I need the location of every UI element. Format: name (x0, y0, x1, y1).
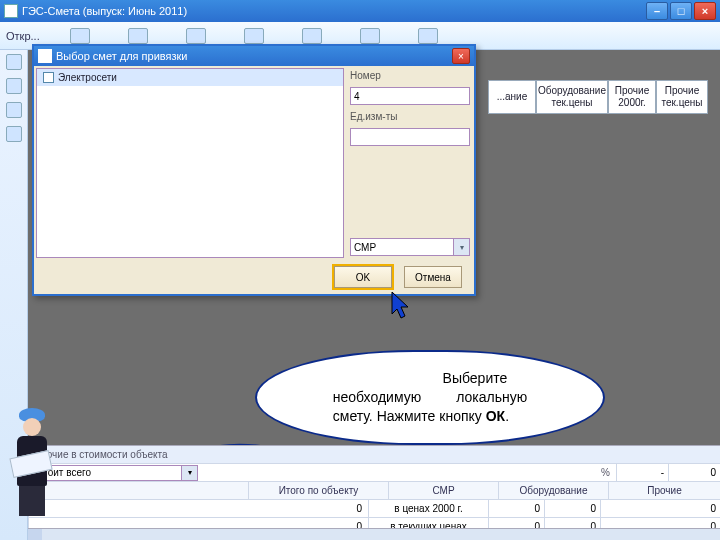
chevron-down-icon[interactable]: ▾ (182, 465, 198, 481)
side-btn-2[interactable] (6, 78, 22, 94)
dialog-side-panel: Номер Ед.изм-ты ▾ (344, 68, 472, 258)
col-header-3[interactable]: Прочие 2000г. (608, 80, 656, 114)
type-combo[interactable]: ▾ (350, 238, 470, 256)
side-btn-4[interactable] (6, 126, 22, 142)
toolbar-btn-6[interactable] (352, 28, 388, 44)
app-icon (4, 4, 18, 18)
percent-val-2: 0 (668, 464, 720, 481)
dialog-title: Выбор смет для привязки (56, 50, 188, 62)
number-input[interactable] (350, 87, 470, 105)
toolbar-btn-5[interactable] (294, 28, 330, 44)
side-btn-3[interactable] (6, 102, 22, 118)
doc-icon (70, 28, 90, 44)
cancel-button[interactable]: Отмена (404, 266, 462, 288)
totals-row-1: 0 в ценах 2000 г. 0 0 0 (28, 500, 720, 518)
print-icon (360, 28, 380, 44)
col-equip: Оборудование (498, 482, 608, 499)
table-icon (244, 28, 264, 44)
dialog-button-row: OK Отмена (34, 260, 474, 294)
bottom-combo-row: ▾ % - 0 (28, 464, 720, 482)
toolbar-btn-2[interactable] (120, 28, 156, 44)
bottom-panel: Прочие в стоимости объекта ▾ % - 0 Итого… (28, 445, 720, 540)
totals-header-row: Итого по объекту СМР Оборудование Прочие (28, 482, 720, 500)
assistant-avatar (2, 408, 62, 518)
col-header-1[interactable]: ...ание (488, 80, 536, 114)
hint-bubble: Выберите необходимую локальную смету. На… (255, 350, 605, 445)
window-title: ГЭС-Смета (выпуск: Июнь 2011) (22, 5, 187, 17)
side-btn-1[interactable] (6, 54, 22, 70)
dialog-icon (38, 49, 52, 63)
settings-icon (418, 28, 438, 44)
ok-button[interactable]: OK (334, 266, 392, 288)
bottom-heading-row: Прочие в стоимости объекта (28, 446, 720, 464)
blueprint-icon (9, 450, 52, 478)
grid-column-headers: ...ание Оборудование тек.цены Прочие 200… (488, 80, 714, 114)
number-label: Номер (350, 70, 470, 81)
list-item-label: Электросети (58, 72, 117, 83)
toolbar-btn-3[interactable] (178, 28, 214, 44)
toolbar-btn-4[interactable] (236, 28, 272, 44)
col-header-4[interactable]: Прочие тек.цены (656, 80, 708, 114)
col-smr: СМР (388, 482, 498, 499)
network-icon (128, 28, 148, 44)
units-input[interactable] (350, 128, 470, 146)
maximize-button[interactable]: □ (670, 2, 692, 20)
list-item[interactable]: Электросети (37, 69, 343, 86)
units-label: Ед.изм-ты (350, 111, 470, 122)
select-estimate-dialog: Выбор смет для привязки × Электросети Но… (32, 44, 476, 296)
horizontal-scrollbar[interactable] (28, 528, 720, 540)
checkbox-icon[interactable] (43, 72, 54, 83)
toolbar-btn-7[interactable] (410, 28, 446, 44)
dialog-close-button[interactable]: × (452, 48, 470, 64)
row1-label: в ценах 2000 г. (368, 500, 488, 517)
dialog-titlebar[interactable]: Выбор смет для привязки × (34, 46, 474, 66)
type-combo-input[interactable] (350, 238, 454, 256)
chevron-down-icon[interactable]: ▾ (454, 238, 470, 256)
hint-text: Выберите необходимую локальную смету. На… (333, 369, 528, 426)
car-icon (302, 28, 322, 44)
open-label[interactable]: Откр... (6, 30, 40, 42)
scroll-left-button[interactable] (28, 529, 42, 540)
col-total: Итого по объекту (248, 482, 388, 499)
dialog-body: Электросети Номер Ед.изм-ты ▾ (34, 66, 474, 260)
estimate-list[interactable]: Электросети (36, 68, 344, 258)
minimize-button[interactable]: – (646, 2, 668, 20)
main-window-titlebar: ГЭС-Смета (выпуск: Июнь 2011) – □ × (0, 0, 720, 22)
percent-val-1: - (616, 464, 668, 481)
percent-label: % (595, 467, 616, 478)
toolbar-btn-1[interactable] (62, 28, 98, 44)
close-button[interactable]: × (694, 2, 716, 20)
col-header-2[interactable]: Оборудование тек.цены (536, 80, 608, 114)
col-other: Прочие (608, 482, 720, 499)
tree-icon (186, 28, 206, 44)
